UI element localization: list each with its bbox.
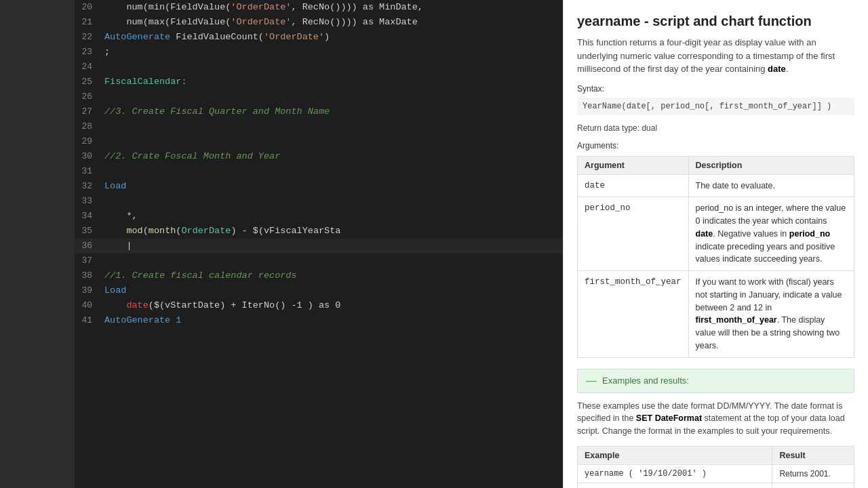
line-number: 37 — [75, 253, 103, 268]
results-col-header: Result — [772, 446, 854, 464]
line-content: //2. Crate Foscal Month and Year — [103, 149, 563, 164]
line-content: Load — [103, 179, 563, 194]
line-number: 34 — [75, 209, 103, 224]
arg-desc-cell: If you want to work with (fiscal) years … — [688, 271, 854, 358]
line-number: 41 — [75, 313, 103, 328]
args-row: period_noperiod_no is an integer, where … — [578, 197, 854, 271]
doc-content: yearname - script and chart function Thi… — [564, 0, 868, 488]
examples-label: Examples and results: — [602, 375, 689, 386]
line-content: ; — [103, 45, 563, 60]
code-line-35: 35 mod(month(OrderDate) - $(vFiscalYearS… — [75, 224, 563, 239]
code-panel[interactable]: 20 num(min(FieldValue('OrderDate', RecNo… — [75, 0, 563, 488]
examples-icon: — — [586, 375, 597, 387]
code-line-40: 40 date($(vStartDate) + IterNo() -1 ) as… — [75, 298, 563, 313]
arg-desc-cell: The date to evaluate. — [688, 174, 854, 197]
arguments-table: ArgumentDescriptiondateThe date to evalu… — [577, 156, 854, 358]
arguments-label: Arguments: — [577, 141, 854, 150]
arg-desc-cell: period_no is an integer, where the value… — [688, 197, 854, 271]
line-number: 28 — [75, 119, 103, 134]
arg-name-cell: first_month_of_year — [578, 271, 689, 358]
results-table: ExampleResultyearname ( '19/10/2001' )Re… — [577, 446, 854, 488]
line-number: 23 — [75, 45, 103, 60]
main-content: 20 num(min(FieldValue('OrderDate', RecNo… — [75, 0, 868, 488]
line-number: 30 — [75, 149, 103, 164]
code-line-28: 28 — [75, 119, 563, 134]
line-content: num(min(FieldValue('OrderDate', RecNo())… — [103, 0, 563, 15]
code-line-26: 26 — [75, 89, 563, 104]
args-row: dateThe date to evaluate. — [578, 174, 854, 197]
line-number: 39 — [75, 283, 103, 298]
args-row: first_month_of_yearIf you want to work w… — [578, 271, 854, 358]
code-line-37: 37 — [75, 253, 563, 268]
code-line-25: 25FiscalCalendar: — [75, 75, 563, 89]
args-col-header: Argument — [578, 156, 689, 174]
line-content: | — [103, 239, 563, 253]
line-content: FiscalCalendar: — [103, 75, 563, 89]
code-line-31: 31 — [75, 164, 563, 179]
line-number: 31 — [75, 164, 103, 179]
line-number: 27 — [75, 104, 103, 119]
result-value — [772, 483, 854, 488]
line-number: 20 — [75, 0, 103, 15]
return-type: Return data type: dual — [577, 123, 854, 133]
syntax-label: Syntax: — [577, 84, 854, 94]
line-content: //3. Create Fiscal Quarter and Month Nam… — [103, 104, 563, 119]
result-example: yearname ( '19/10/2001', -1 ) — [578, 483, 772, 488]
syntax-block: YearName(date[, period_no[, first_month_… — [577, 98, 854, 115]
line-number: 40 — [75, 298, 103, 313]
line-content: *, — [103, 209, 563, 224]
examples-banner: — Examples and results: — [577, 369, 854, 393]
sidebar — [0, 0, 75, 488]
code-line-20: 20 num(min(FieldValue('OrderDate', RecNo… — [75, 0, 563, 15]
line-number: 32 — [75, 179, 103, 194]
line-content: mod(month(OrderDate) - $(vFiscalYearSta — [103, 224, 563, 239]
code-line-32: 32Load — [75, 179, 563, 194]
doc-panel: yearname - script and chart function Thi… — [563, 0, 868, 488]
results-row: yearname ( '19/10/2001' )Returns 2001. — [578, 464, 854, 483]
doc-title: yearname - script and chart function — [577, 14, 854, 29]
line-content: num(max(FieldValue('OrderDate', RecNo())… — [103, 15, 563, 30]
line-number: 33 — [75, 194, 103, 209]
arg-name-cell: period_no — [578, 197, 689, 271]
code-line-22: 22AutoGenerate FieldValueCount('OrderDat… — [75, 30, 563, 45]
line-number: 24 — [75, 60, 103, 75]
doc-description: This function returns a four-digit year … — [577, 36, 854, 76]
code-line-36: 36 | — [75, 239, 563, 253]
code-line-39: 39Load — [75, 283, 563, 298]
code-line-29: 29 — [75, 134, 563, 149]
line-number: 35 — [75, 224, 103, 239]
args-col-header: Description — [688, 156, 854, 174]
line-content: AutoGenerate FieldValueCount('OrderDate'… — [103, 30, 563, 45]
line-number: 29 — [75, 134, 103, 149]
line-number: 22 — [75, 30, 103, 45]
line-content: date($(vStartDate) + IterNo() -1 ) as 0 — [103, 298, 563, 313]
result-example: yearname ( '19/10/2001' ) — [578, 464, 772, 483]
results-col-header: Example — [578, 446, 772, 464]
code-line-33: 33 — [75, 194, 563, 209]
line-number: 21 — [75, 15, 103, 30]
code-line-23: 23; — [75, 45, 563, 60]
line-content: //1. Create fiscal calendar records — [103, 268, 563, 283]
code-line-21: 21 num(max(FieldValue('OrderDate', RecNo… — [75, 15, 563, 30]
result-value: Returns 2001. — [772, 464, 854, 483]
line-content: AutoGenerate 1 — [103, 313, 563, 328]
line-content: Load — [103, 283, 563, 298]
line-number: 38 — [75, 268, 103, 283]
code-line-41: 41AutoGenerate 1 — [75, 313, 563, 328]
code-line-38: 38//1. Create fiscal calendar records — [75, 268, 563, 283]
line-number: 26 — [75, 89, 103, 104]
line-number: 36 — [75, 239, 103, 253]
code-line-27: 27//3. Create Fiscal Quarter and Month N… — [75, 104, 563, 119]
arg-name-cell: date — [578, 174, 689, 197]
results-row: yearname ( '19/10/2001', -1 ) — [578, 483, 854, 488]
line-number: 25 — [75, 75, 103, 89]
code-line-24: 24 — [75, 60, 563, 75]
examples-description: These examples use the date format DD/MM… — [577, 400, 854, 438]
code-line-30: 30//2. Crate Foscal Month and Year — [75, 149, 563, 164]
code-line-34: 34 *, — [75, 209, 563, 224]
